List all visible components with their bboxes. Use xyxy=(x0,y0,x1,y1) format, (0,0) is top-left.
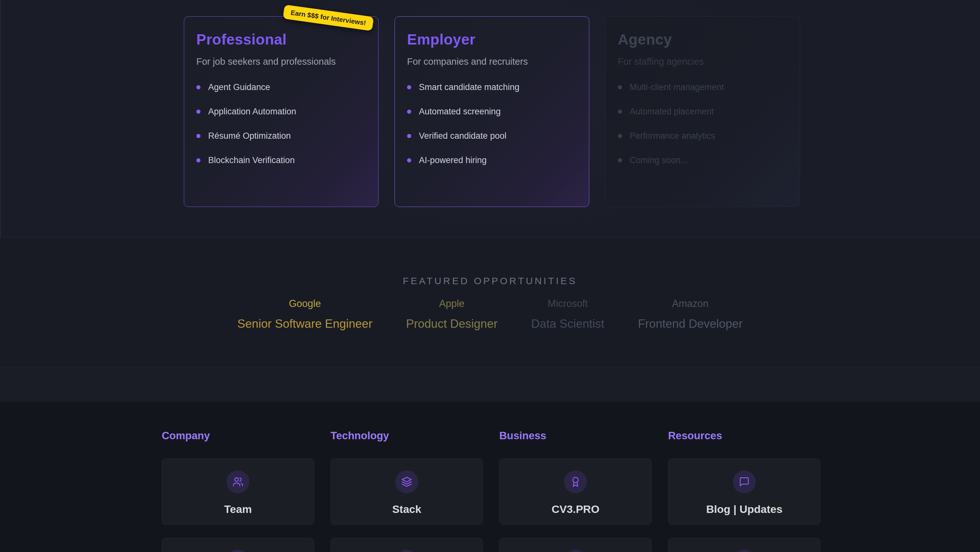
site-footer: Company Team xyxy=(0,402,980,552)
icon-circle xyxy=(564,550,587,552)
plans-section: Earn $$$ for Interviews! Professional Fo… xyxy=(0,0,980,238)
plan-description: For job seekers and professionals xyxy=(196,56,366,67)
stack-card[interactable]: Stack xyxy=(331,458,483,525)
bullet-dot-icon xyxy=(407,158,411,163)
message-square-icon xyxy=(739,476,750,487)
plan-title: Agency xyxy=(618,31,788,48)
plan-title: Professional xyxy=(196,31,366,48)
layers-icon xyxy=(401,476,412,487)
feature-item: Coming soon... xyxy=(618,155,788,165)
job-item-google[interactable]: Google Senior Software Engineer xyxy=(237,298,372,330)
feature-item: Verified candidate pool xyxy=(407,131,577,141)
plan-description: For staffing agencies xyxy=(618,56,788,67)
footer-card-label: Stack xyxy=(392,503,422,515)
icon-circle xyxy=(395,550,418,552)
job-company: Microsoft xyxy=(548,298,588,310)
feature-item: Blockchain Verification xyxy=(196,155,366,165)
bullet-dot-icon xyxy=(196,85,200,89)
plan-card-employer[interactable]: Employer For companies and recruiters Sm… xyxy=(395,16,589,207)
feature-item: Multi-client management xyxy=(618,82,788,92)
feature-label: Résumé Optimization xyxy=(208,131,291,141)
feature-label: Coming soon... xyxy=(630,155,688,165)
featured-heading: FEATURED OPPORTUNITIES xyxy=(403,276,577,286)
feature-item: Agent Guidance xyxy=(196,82,366,92)
job-title: Data Scientist xyxy=(531,317,605,330)
bullet-dot-icon xyxy=(618,134,622,138)
feature-label: Multi-client management xyxy=(630,82,724,92)
plan-feature-list: Multi-client management Automated placem… xyxy=(618,82,788,165)
bullet-dot-icon xyxy=(618,158,622,163)
partial-card[interactable] xyxy=(331,538,483,552)
footer-column-heading: Technology xyxy=(331,430,483,442)
bullet-dot-icon xyxy=(196,134,200,138)
feature-label: Automated screening xyxy=(419,107,501,116)
job-item-apple[interactable]: Apple Product Designer xyxy=(406,298,498,330)
footer-card-label: CV3.PRO xyxy=(552,503,599,515)
bullet-dot-icon xyxy=(618,85,622,89)
job-title: Frontend Developer xyxy=(638,317,743,330)
job-item-microsoft[interactable]: Microsoft Data Scientist xyxy=(531,298,605,330)
feature-item: Performance analytics xyxy=(618,131,788,141)
icon-circle xyxy=(733,470,756,493)
footer-grid: Company Team xyxy=(162,430,821,552)
feature-label: AI-powered hiring xyxy=(419,155,487,165)
footer-column-business: Business CV3.PRO xyxy=(499,430,652,552)
feature-label: Smart candidate matching xyxy=(419,82,519,92)
footer-column-heading: Company xyxy=(162,430,314,442)
footer-column-heading: Business xyxy=(499,430,652,442)
icon-circle xyxy=(226,470,250,493)
plan-feature-list: Agent Guidance Application Automation Ré… xyxy=(196,82,366,165)
feature-label: Blockchain Verification xyxy=(208,155,294,165)
feature-label: Performance analytics xyxy=(630,131,715,141)
section-spacer xyxy=(0,368,980,402)
feature-item: Automated placement xyxy=(618,107,788,116)
team-card[interactable]: Team xyxy=(162,458,314,525)
job-title: Senior Software Engineer xyxy=(237,317,372,330)
feature-item: Application Automation xyxy=(196,107,366,116)
job-company: Amazon xyxy=(672,298,709,310)
footer-column-heading: Resources xyxy=(668,430,821,442)
footer-column-technology: Technology Stack xyxy=(331,430,483,552)
plan-cards-row: Professional For job seekers and profess… xyxy=(184,16,800,207)
cv3pro-card[interactable]: CV3.PRO xyxy=(499,458,652,525)
bullet-dot-icon xyxy=(618,110,622,114)
partial-card[interactable] xyxy=(668,538,821,552)
partial-card[interactable] xyxy=(499,538,652,552)
bullet-dot-icon xyxy=(407,85,411,89)
bullet-dot-icon xyxy=(196,110,200,114)
job-item-amazon[interactable]: Amazon Frontend Developer xyxy=(638,298,743,330)
users-icon xyxy=(232,476,243,487)
icon-circle xyxy=(395,470,418,493)
footer-card-label: Blog | Updates xyxy=(706,503,783,515)
feature-label: Automated placement xyxy=(630,107,714,116)
featured-opportunities-section: FEATURED OPPORTUNITIES Google Senior Sof… xyxy=(0,238,980,367)
plan-card-professional[interactable]: Professional For job seekers and profess… xyxy=(184,16,379,207)
icon-circle xyxy=(733,550,756,552)
plan-card-agency: Agency For staffing agencies Multi-clien… xyxy=(605,16,800,207)
feature-label: Verified candidate pool xyxy=(419,131,506,141)
footer-column-company: Company Team xyxy=(162,430,314,552)
feature-item: Automated screening xyxy=(407,107,577,116)
feature-label: Application Automation xyxy=(208,107,296,116)
bullet-dot-icon xyxy=(407,110,411,114)
bullet-dot-icon xyxy=(196,158,200,163)
job-title: Product Designer xyxy=(406,317,498,330)
job-company: Apple xyxy=(439,298,465,310)
page: Earn $$$ for Interviews! Professional Fo… xyxy=(0,0,980,552)
plan-description: For companies and recruiters xyxy=(407,56,577,67)
plan-title: Employer xyxy=(407,31,577,48)
footer-card-label: Team xyxy=(224,503,252,515)
icon-circle xyxy=(226,550,250,552)
award-icon xyxy=(570,476,581,487)
feature-label: Agent Guidance xyxy=(208,82,270,92)
featured-jobs-row: Google Senior Software Engineer Apple Pr… xyxy=(237,298,743,330)
footer-column-resources: Resources Blog | Updates xyxy=(668,430,821,552)
partial-card[interactable] xyxy=(162,538,314,552)
feature-item: Résumé Optimization xyxy=(196,131,366,141)
feature-item: AI-powered hiring xyxy=(407,155,577,165)
job-company: Google xyxy=(289,298,321,310)
icon-circle xyxy=(564,470,587,493)
plan-feature-list: Smart candidate matching Automated scree… xyxy=(407,82,577,165)
feature-item: Smart candidate matching xyxy=(407,82,577,92)
blog-card[interactable]: Blog | Updates xyxy=(668,458,821,525)
